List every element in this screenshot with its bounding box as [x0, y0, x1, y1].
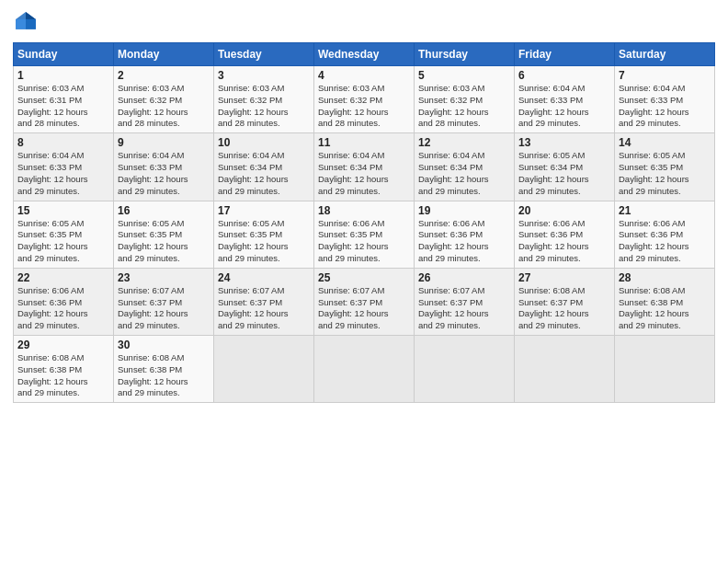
table-row: 7Sunrise: 6:04 AMSunset: 6:33 PMDaylight… — [615, 66, 715, 133]
page: Sunday Monday Tuesday Wednesday Thursday… — [0, 0, 728, 563]
day-number: 29 — [17, 339, 109, 351]
day-info: Sunrise: 6:03 AMSunset: 6:32 PMDaylight:… — [218, 83, 310, 130]
day-number: 9 — [118, 136, 210, 149]
table-row: 21Sunrise: 6:06 AMSunset: 6:36 PMDayligh… — [615, 201, 715, 268]
day-number: 17 — [218, 204, 310, 217]
day-number: 20 — [518, 204, 610, 217]
table-row: 17Sunrise: 6:05 AMSunset: 6:35 PMDayligh… — [214, 201, 314, 268]
day-info: Sunrise: 6:05 AMSunset: 6:34 PMDaylight:… — [518, 150, 610, 197]
day-number: 7 — [619, 69, 711, 82]
day-number: 26 — [418, 271, 510, 284]
day-info: Sunrise: 6:04 AMSunset: 6:34 PMDaylight:… — [418, 150, 510, 197]
calendar-week-row: 1Sunrise: 6:03 AMSunset: 6:31 PMDaylight… — [14, 66, 715, 133]
day-info: Sunrise: 6:03 AMSunset: 6:32 PMDaylight:… — [318, 83, 410, 130]
day-info: Sunrise: 6:06 AMSunset: 6:36 PMDaylight:… — [619, 218, 711, 265]
table-row: 9Sunrise: 6:04 AMSunset: 6:33 PMDaylight… — [114, 133, 214, 201]
day-number: 12 — [418, 136, 510, 149]
day-info: Sunrise: 6:07 AMSunset: 6:37 PMDaylight:… — [218, 285, 310, 332]
day-number: 19 — [418, 204, 510, 217]
table-row: 30Sunrise: 6:08 AMSunset: 6:38 PMDayligh… — [114, 336, 214, 403]
table-row: 12Sunrise: 6:04 AMSunset: 6:34 PMDayligh… — [415, 133, 515, 201]
day-number: 4 — [318, 69, 410, 82]
table-row: 22Sunrise: 6:06 AMSunset: 6:36 PMDayligh… — [14, 268, 114, 335]
calendar-week-row: 15Sunrise: 6:05 AMSunset: 6:35 PMDayligh… — [14, 201, 715, 268]
day-info: Sunrise: 6:04 AMSunset: 6:33 PMDaylight:… — [518, 83, 610, 130]
day-info: Sunrise: 6:04 AMSunset: 6:34 PMDaylight:… — [218, 150, 310, 197]
calendar-week-row: 8Sunrise: 6:04 AMSunset: 6:33 PMDaylight… — [14, 133, 715, 201]
table-row — [415, 336, 515, 403]
day-number: 24 — [218, 271, 310, 284]
day-info: Sunrise: 6:03 AMSunset: 6:32 PMDaylight:… — [118, 83, 210, 130]
table-row: 29Sunrise: 6:08 AMSunset: 6:38 PMDayligh… — [14, 336, 114, 403]
day-info: Sunrise: 6:04 AMSunset: 6:33 PMDaylight:… — [118, 150, 210, 197]
table-row: 6Sunrise: 6:04 AMSunset: 6:33 PMDaylight… — [515, 66, 615, 133]
calendar-week-row: 29Sunrise: 6:08 AMSunset: 6:38 PMDayligh… — [14, 336, 715, 403]
day-info: Sunrise: 6:03 AMSunset: 6:31 PMDaylight:… — [17, 83, 109, 130]
day-info: Sunrise: 6:05 AMSunset: 6:35 PMDaylight:… — [17, 218, 109, 265]
table-row: 13Sunrise: 6:05 AMSunset: 6:34 PMDayligh… — [515, 133, 615, 201]
day-info: Sunrise: 6:06 AMSunset: 6:36 PMDaylight:… — [518, 218, 610, 265]
col-friday: Friday — [515, 43, 615, 66]
table-row: 14Sunrise: 6:05 AMSunset: 6:35 PMDayligh… — [615, 133, 715, 201]
day-number: 5 — [418, 69, 510, 82]
table-row: 26Sunrise: 6:07 AMSunset: 6:37 PMDayligh… — [415, 268, 515, 335]
day-number: 30 — [118, 339, 210, 351]
svg-marker-3 — [16, 19, 26, 29]
day-number: 15 — [17, 204, 109, 217]
day-info: Sunrise: 6:04 AMSunset: 6:33 PMDaylight:… — [17, 150, 109, 197]
day-number: 18 — [318, 204, 410, 217]
calendar-table: Sunday Monday Tuesday Wednesday Thursday… — [13, 42, 715, 403]
table-row: 18Sunrise: 6:06 AMSunset: 6:35 PMDayligh… — [314, 201, 415, 268]
table-row: 24Sunrise: 6:07 AMSunset: 6:37 PMDayligh… — [214, 268, 314, 335]
day-number: 16 — [118, 204, 210, 217]
header — [13, 9, 715, 35]
day-number: 11 — [318, 136, 410, 149]
table-row: 8Sunrise: 6:04 AMSunset: 6:33 PMDaylight… — [14, 133, 114, 201]
table-row: 19Sunrise: 6:06 AMSunset: 6:36 PMDayligh… — [415, 201, 515, 268]
table-row: 4Sunrise: 6:03 AMSunset: 6:32 PMDaylight… — [314, 66, 415, 133]
table-row — [515, 336, 615, 403]
table-row: 2Sunrise: 6:03 AMSunset: 6:32 PMDaylight… — [114, 66, 214, 133]
table-row: 3Sunrise: 6:03 AMSunset: 6:32 PMDaylight… — [214, 66, 314, 133]
table-row — [214, 336, 314, 403]
table-row: 20Sunrise: 6:06 AMSunset: 6:36 PMDayligh… — [515, 201, 615, 268]
day-info: Sunrise: 6:06 AMSunset: 6:35 PMDaylight:… — [318, 218, 410, 265]
day-info: Sunrise: 6:08 AMSunset: 6:37 PMDaylight:… — [518, 285, 610, 332]
day-info: Sunrise: 6:07 AMSunset: 6:37 PMDaylight:… — [318, 285, 410, 332]
day-info: Sunrise: 6:08 AMSunset: 6:38 PMDaylight:… — [17, 352, 109, 399]
day-info: Sunrise: 6:05 AMSunset: 6:35 PMDaylight:… — [218, 218, 310, 265]
day-info: Sunrise: 6:08 AMSunset: 6:38 PMDaylight:… — [118, 352, 210, 399]
day-info: Sunrise: 6:03 AMSunset: 6:32 PMDaylight:… — [418, 83, 510, 130]
col-monday: Monday — [114, 43, 214, 66]
svg-marker-2 — [26, 19, 36, 29]
col-tuesday: Tuesday — [214, 43, 314, 66]
table-row: 23Sunrise: 6:07 AMSunset: 6:37 PMDayligh… — [114, 268, 214, 335]
logo-icon — [13, 9, 39, 35]
day-info: Sunrise: 6:08 AMSunset: 6:38 PMDaylight:… — [619, 285, 711, 332]
day-number: 22 — [17, 271, 109, 284]
day-info: Sunrise: 6:05 AMSunset: 6:35 PMDaylight:… — [118, 218, 210, 265]
table-row — [314, 336, 415, 403]
day-number: 23 — [118, 271, 210, 284]
day-number: 6 — [518, 69, 610, 82]
col-wednesday: Wednesday — [314, 43, 415, 66]
table-row — [615, 336, 715, 403]
table-row: 10Sunrise: 6:04 AMSunset: 6:34 PMDayligh… — [214, 133, 314, 201]
day-info: Sunrise: 6:07 AMSunset: 6:37 PMDaylight:… — [118, 285, 210, 332]
day-number: 25 — [318, 271, 410, 284]
day-number: 14 — [619, 136, 711, 149]
day-number: 1 — [17, 69, 109, 82]
day-number: 28 — [619, 271, 711, 284]
day-number: 3 — [218, 69, 310, 82]
logo — [13, 9, 42, 35]
table-row: 11Sunrise: 6:04 AMSunset: 6:34 PMDayligh… — [314, 133, 415, 201]
col-thursday: Thursday — [415, 43, 515, 66]
col-sunday: Sunday — [14, 43, 114, 66]
table-row: 15Sunrise: 6:05 AMSunset: 6:35 PMDayligh… — [14, 201, 114, 268]
calendar-header-row: Sunday Monday Tuesday Wednesday Thursday… — [14, 43, 715, 66]
calendar-week-row: 22Sunrise: 6:06 AMSunset: 6:36 PMDayligh… — [14, 268, 715, 335]
day-info: Sunrise: 6:06 AMSunset: 6:36 PMDaylight:… — [418, 218, 510, 265]
day-info: Sunrise: 6:04 AMSunset: 6:34 PMDaylight:… — [318, 150, 410, 197]
table-row: 1Sunrise: 6:03 AMSunset: 6:31 PMDaylight… — [14, 66, 114, 133]
table-row: 28Sunrise: 6:08 AMSunset: 6:38 PMDayligh… — [615, 268, 715, 335]
